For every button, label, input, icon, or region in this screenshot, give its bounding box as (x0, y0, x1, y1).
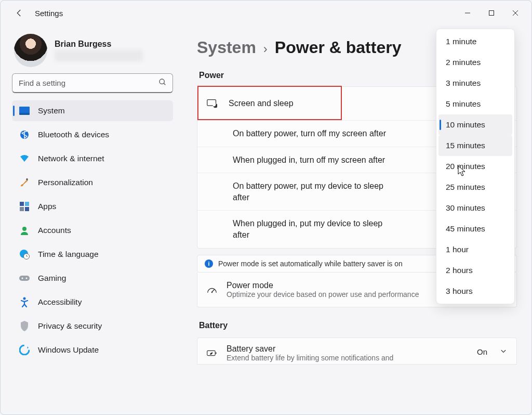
battery-saver-state: On (477, 347, 487, 356)
dropdown-option[interactable]: 5 minutes (438, 94, 512, 114)
main-content: System › Power & battery Power Screen an… (182, 25, 531, 414)
svg-rect-10 (20, 202, 24, 206)
sidebar-item-label: Time & language (38, 250, 99, 259)
window-title: Settings (35, 9, 63, 18)
search-wrap (12, 73, 173, 93)
svg-point-4 (159, 79, 164, 84)
accessibility-icon (19, 297, 30, 307)
setting-label: On battery power, turn off my screen aft… (233, 128, 386, 139)
user-email-redacted (55, 50, 143, 61)
dropdown-option[interactable]: 20 minutes (438, 156, 512, 177)
power-mode-title: Power mode (227, 281, 419, 290)
dropdown-option[interactable]: 3 minutes (438, 73, 512, 94)
sidebar-item-time-language[interactable]: Time & language (12, 244, 173, 265)
dropdown-option[interactable]: 1 hour (438, 239, 512, 260)
apps-icon (19, 201, 30, 212)
screen-sleep-icon (207, 98, 217, 109)
screen-and-sleep-title: Screen and sleep (229, 99, 294, 108)
breadcrumb-separator: › (263, 42, 268, 56)
sidebar-item-accessibility[interactable]: Accessibility (12, 292, 173, 313)
shield-icon (19, 321, 30, 331)
svg-point-20 (23, 297, 26, 300)
svg-rect-11 (25, 202, 29, 206)
titlebar: Settings (1, 1, 531, 25)
dropdown-option[interactable]: 10 minutes (438, 114, 512, 135)
gamepad-icon (19, 273, 30, 283)
setting-label: When plugged in, put my device to sleep … (233, 218, 389, 240)
avatar (14, 34, 47, 67)
breadcrumb-parent[interactable]: System (197, 38, 256, 57)
display-icon (19, 106, 30, 116)
sidebar-item-bluetooth[interactable]: Bluetooth & devices (12, 124, 173, 145)
sidebar-item-label: Accessibility (38, 297, 82, 307)
sidebar: Brian Burgess System Bluetooth & devices… (1, 25, 182, 414)
setting-label: When plugged in, turn off my screen afte… (233, 154, 385, 166)
user-profile[interactable]: Brian Burgess (14, 34, 176, 67)
sidebar-item-label: Apps (38, 202, 56, 211)
dropdown-option[interactable]: 30 minutes (438, 198, 512, 218)
svg-rect-7 (19, 113, 30, 115)
svg-point-14 (22, 227, 26, 231)
sidebar-item-label: Windows Update (38, 345, 99, 355)
sidebar-item-label: Accounts (38, 226, 71, 235)
svg-rect-6 (19, 107, 30, 114)
sidebar-item-personalization[interactable]: Personalization (12, 172, 173, 193)
sidebar-item-label: Network & internet (38, 154, 104, 163)
minimize-button[interactable] (456, 5, 480, 21)
gauge-icon (207, 284, 217, 295)
dropdown-option[interactable]: 1 minute (438, 31, 512, 52)
sidebar-item-privacy[interactable]: Privacy & security (12, 316, 173, 336)
page-title: Power & battery (275, 38, 402, 57)
update-icon (19, 345, 30, 355)
globe-clock-icon (19, 249, 30, 260)
sidebar-item-label: Gaming (38, 274, 66, 283)
dropdown-option[interactable]: 2 minutes (438, 52, 512, 73)
bluetooth-icon (19, 129, 30, 140)
power-mode-subtitle: Optimize your device based on power use … (227, 290, 419, 299)
duration-dropdown[interactable]: 1 minute2 minutes3 minutes5 minutes10 mi… (436, 29, 515, 304)
svg-point-25 (211, 291, 213, 293)
battery-saver-subtitle: Extend battery life by limiting some not… (227, 354, 393, 362)
user-name: Brian Burgess (55, 40, 143, 49)
sidebar-item-system[interactable]: System (12, 100, 173, 121)
battery-saver-title: Battery saver (227, 344, 393, 354)
wifi-icon (19, 153, 30, 164)
sidebar-item-apps[interactable]: Apps (12, 196, 173, 217)
paintbrush-icon (19, 177, 30, 188)
dropdown-option[interactable]: 3 hours (438, 281, 512, 302)
close-button[interactable] (503, 5, 527, 21)
svg-line-5 (164, 83, 165, 85)
sidebar-item-network[interactable]: Network & internet (12, 148, 173, 169)
info-icon: i (205, 260, 213, 268)
section-label-battery: Battery (199, 321, 517, 330)
sidebar-item-accounts[interactable]: Accounts (12, 220, 173, 241)
svg-point-18 (22, 278, 23, 279)
info-text: Power mode is set automatically while ba… (218, 260, 403, 268)
nav: System Bluetooth & devices Network & int… (12, 100, 176, 360)
dropdown-option[interactable]: 45 minutes (438, 218, 512, 239)
dropdown-option[interactable]: 15 minutes (438, 135, 512, 156)
maximize-button[interactable] (480, 5, 503, 21)
svg-rect-1 (489, 11, 494, 16)
search-input[interactable] (12, 73, 173, 93)
dropdown-option[interactable]: 2 hours (438, 260, 512, 281)
svg-line-24 (212, 289, 215, 292)
search-icon (158, 78, 167, 88)
setting-label: On battery power, put my device to sleep… (233, 180, 389, 203)
sidebar-item-label: Bluetooth & devices (38, 130, 109, 139)
battery-saver-row[interactable]: Battery saver Extend battery life by lim… (197, 338, 517, 365)
svg-rect-12 (20, 207, 24, 211)
sidebar-item-label: Personalization (38, 178, 93, 187)
svg-rect-27 (216, 352, 217, 354)
person-icon (19, 225, 30, 236)
sidebar-item-label: Privacy & security (38, 321, 102, 331)
sidebar-item-windows-update[interactable]: Windows Update (12, 340, 173, 360)
back-button[interactable] (12, 6, 26, 20)
sidebar-item-gaming[interactable]: Gaming (12, 268, 173, 289)
chevron-down-icon[interactable] (500, 347, 507, 357)
svg-point-19 (26, 278, 28, 279)
svg-rect-13 (25, 207, 29, 211)
svg-rect-9 (26, 178, 28, 180)
window-controls (456, 5, 527, 21)
dropdown-option[interactable]: 25 minutes (438, 177, 512, 198)
